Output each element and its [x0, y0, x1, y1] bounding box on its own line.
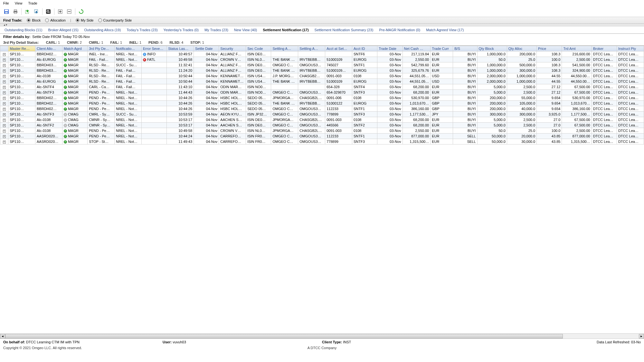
column-header[interactable]: Price	[537, 46, 562, 51]
table-row[interactable]: +SP110…AASRD020…MAGRSTOP - St…NREL - Not…	[0, 139, 644, 144]
find-trade-label: Find Trade:	[3, 18, 22, 22]
table-row[interactable]: +SP110…Alc-EUROGMAGRRLSD - Re…FAIL - Fai…	[0, 79, 644, 84]
table-row[interactable]: +SP110…Alc-SNTF2CMAGCMNR - Sy…NREL - Not…	[0, 123, 644, 128]
tab-6[interactable]: New View (40)	[232, 27, 260, 33]
tab-10[interactable]: Match Agreed View (17)	[423, 27, 466, 33]
table-row[interactable]: +SP110…Alc-0108MAGRRLSD - Re…FAIL - Fail…	[0, 73, 644, 79]
tab-3[interactable]: Today's Trades (23)	[124, 27, 160, 33]
radio-my-side[interactable]: My Side	[76, 18, 94, 22]
error-severity-icon	[143, 58, 146, 61]
horizontal-scrollbar[interactable]: ◄ ►	[0, 333, 644, 339]
table-row[interactable]: +SP110…Alc-EUROGMAGRFAIL - Fail…NREL - N…	[0, 57, 644, 62]
column-header[interactable]: Acct at Set…	[325, 46, 352, 51]
data-grid[interactable]: Master Re…Client Allo…Match Agrd3rd Pty …	[0, 45, 644, 333]
collapse-handle[interactable]: ▲▼	[0, 24, 644, 26]
collapse-all-icon[interactable]	[65, 8, 73, 15]
expand-row-icon[interactable]: +	[3, 75, 6, 78]
table-row[interactable]: +SP110…BBRDH02…MAGRINEL - Ine…NREL - Not…	[0, 51, 644, 57]
column-header[interactable]: Security	[219, 46, 246, 51]
column-header[interactable]: Net Cash …	[402, 46, 431, 51]
column-header[interactable]: Instruct Pty	[617, 46, 644, 51]
radio-block[interactable]: Block	[27, 18, 41, 22]
column-header[interactable]: 3rd Pty De…	[88, 46, 115, 51]
expand-row-icon[interactable]: +	[3, 70, 6, 72]
table-row[interactable]: +SP110…AASRD020…MAGRPEND - Pe…NREL - Not…	[0, 134, 644, 139]
table-row[interactable]: +SP110…Alc-SNTF4MAGRCARL - Ca…FAIL - Fai…	[0, 84, 644, 90]
tab-9[interactable]: Pre-MAGR Notification (0)	[376, 27, 423, 33]
scroll-right-icon[interactable]: ►	[639, 334, 644, 339]
column-header[interactable]: Settling A…	[298, 46, 325, 51]
expand-row-icon[interactable]: +	[3, 113, 6, 116]
table-row[interactable]: +SP110…Alc-SNTF3MAGRPEND - Pe…NREL - Not…	[0, 90, 644, 95]
table-row[interactable]: +SP110…BBRDH02…MAGRPEND - Pe…NREL - Not……	[0, 106, 644, 112]
expand-row-icon[interactable]: +	[3, 135, 6, 138]
column-header[interactable]: Acct ID	[352, 46, 377, 51]
radio-allocation[interactable]: Allocation	[45, 18, 66, 22]
column-header[interactable]: Qty Alloc	[507, 46, 536, 51]
expand-row-icon[interactable]: +	[3, 141, 6, 144]
import-icon[interactable]	[33, 8, 40, 15]
menu-file[interactable]: File	[3, 1, 9, 5]
expand-row-icon[interactable]: +	[3, 53, 6, 56]
expand-all-icon[interactable]	[56, 8, 64, 15]
radio-counterparty[interactable]: Counterparty Side	[98, 18, 132, 22]
tab-0[interactable]: Outstanding Blocks (11)	[2, 27, 45, 33]
column-header[interactable]: Client Allo…	[35, 46, 62, 51]
expand-row-icon[interactable]: +	[3, 130, 6, 133]
column-header[interactable]: Sec Code	[246, 46, 271, 51]
svg-rect-2	[5, 12, 8, 14]
column-header[interactable]: Qty Block	[477, 46, 507, 51]
expand-row-icon[interactable]: +	[3, 91, 6, 94]
table-row[interactable]: +SP110…Alc-0108MAGRPEND - Pe…NREL - Not……	[0, 128, 644, 134]
column-header[interactable]: Notificatio…	[115, 46, 142, 51]
status-count: RLSD: 4	[170, 41, 184, 44]
column-header[interactable]: B/S	[453, 46, 477, 51]
tab-2[interactable]: Outstanding Allocs (19)	[82, 27, 124, 33]
tab-5[interactable]: My Trades (23)	[202, 27, 231, 33]
table-row[interactable]: +SP110…Alc-0108CMAGCMNR - Sy…NREL - Not……	[0, 117, 644, 123]
tab-4[interactable]: Yesterday's Trades (0)	[161, 27, 201, 33]
table-row[interactable]: +SP110…BBRDH02…MAGRPEND - Pe…NREL - Not……	[0, 101, 644, 106]
expand-row-icon[interactable]: +	[3, 80, 6, 83]
expand-row-icon[interactable]: +	[3, 119, 6, 122]
menu-trade[interactable]: Trade	[28, 1, 37, 5]
table-row[interactable]: +SP110…BBRDH03…MAGRRLSD - Re…FAIL - Fail…	[0, 68, 644, 73]
expand-row-icon[interactable]: +	[3, 59, 6, 61]
match-status-icon	[64, 91, 67, 94]
print-icon[interactable]	[12, 8, 19, 15]
table-row[interactable]: +SP110…BBRDH02…MAGRPEND - Pe…NREL - Not……	[0, 95, 644, 101]
column-header[interactable]: Trade Date	[377, 46, 402, 51]
expand-row-icon[interactable]: +	[3, 97, 6, 100]
export-icon[interactable]	[24, 8, 31, 15]
column-header[interactable]: Status Las…	[167, 46, 194, 51]
expand-row-icon[interactable]: +	[3, 124, 6, 127]
scroll-left-icon[interactable]: ◄	[0, 334, 5, 339]
save-icon[interactable]	[3, 8, 10, 15]
expand-row-icon[interactable]: +	[3, 86, 6, 89]
match-status-icon	[64, 58, 67, 61]
match-status-icon	[64, 80, 67, 83]
column-header[interactable]: Trd Amt	[562, 46, 592, 51]
table-row[interactable]: +SP110…BBRDH03…MAGRRLSD - Re…SUCC - Su…1…	[0, 62, 644, 68]
find-icon[interactable]	[44, 8, 52, 15]
match-status-icon	[64, 53, 67, 56]
column-header[interactable]: Match Agrd	[62, 46, 87, 51]
expand-row-icon[interactable]: +	[3, 64, 6, 67]
find-trade-bar: Find Trade: Block Allocation | My Side C…	[0, 17, 644, 24]
svg-rect-1	[5, 10, 8, 11]
tab-7[interactable]: Settlement Notification (17)	[260, 27, 311, 33]
column-header[interactable]: Settle Date	[194, 46, 219, 51]
column-header[interactable]: Broker	[592, 46, 617, 51]
refresh-icon[interactable]	[77, 8, 85, 15]
tab-1[interactable]: Broker Alleged (15)	[45, 27, 81, 33]
column-header[interactable]: Error Seve…	[141, 46, 166, 51]
expand-row-icon[interactable]: +	[3, 102, 6, 105]
column-header[interactable]: Trade Curr	[431, 46, 453, 51]
column-header[interactable]: Master Re…	[8, 46, 35, 51]
tab-8[interactable]: Settlement Notification Summary (23)	[312, 27, 376, 33]
expand-row-icon[interactable]: +	[3, 108, 6, 111]
table-row[interactable]: +SP110…Alc-SNTF3CMAGCMRL - Sy…SUCC - Su……	[0, 112, 644, 117]
scroll-thumb[interactable]	[5, 334, 563, 339]
column-header[interactable]: Settling A…	[271, 46, 298, 51]
menu-view[interactable]: View	[15, 1, 23, 5]
